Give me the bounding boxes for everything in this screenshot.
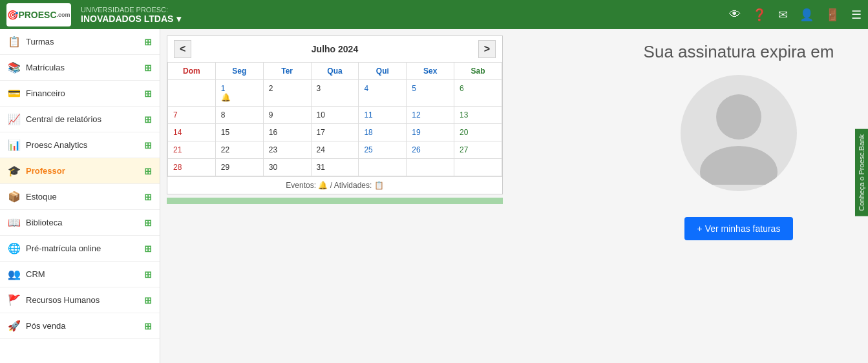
sidebar-item-turmas[interactable]: 📋 Turmas ⊞ (0, 29, 160, 55)
calendar-cell-0-3[interactable]: 3 (311, 80, 359, 107)
calendar-cell-1-1[interactable]: 8 (215, 107, 263, 124)
calendar-cell-1-5[interactable]: 12 (407, 107, 454, 124)
logout-icon[interactable]: 🚪 (825, 8, 840, 22)
expand-icon-crm[interactable]: ⊞ (144, 269, 152, 280)
sidebar-item-rh[interactable]: 🚩 Recursos Humanos ⊞ (0, 287, 160, 313)
calendar-cell-2-3[interactable]: 17 (311, 124, 359, 141)
calendar-cell-3-1[interactable]: 22 (215, 141, 263, 159)
expand-icon-pre-matricula[interactable]: ⊞ (144, 244, 152, 254)
calendar-cell-4-6 (454, 159, 502, 176)
main-left: < Julho 2024 > Dom Seg Ter Qua Qui Sex S (160, 29, 609, 363)
expand-icon-turmas[interactable]: ⊞ (144, 37, 152, 47)
sidebar-item-left: 💳 Financeiro (8, 87, 65, 99)
calendar-cell-2-0[interactable]: 14 (168, 124, 216, 141)
avatar-container (681, 75, 797, 191)
expand-icon-professor[interactable]: ⊞ (144, 166, 152, 176)
col-qua: Qua (311, 63, 359, 80)
expand-icon-pos-venda[interactable]: ⊞ (144, 321, 152, 331)
sidebar-item-analytics[interactable]: 📊 Proesc Analytics ⊞ (0, 132, 160, 158)
calendar-cell-2-2[interactable]: 16 (263, 124, 311, 141)
sidebar-icon-professor: 🎓 (8, 165, 21, 177)
sidebar-item-professor[interactable]: 🎓 Professor ⊞ (0, 158, 160, 184)
calendar: < Julho 2024 > Dom Seg Ter Qua Qui Sex S (167, 36, 503, 194)
col-qui: Qui (359, 63, 407, 80)
calendar-cell-1-3[interactable]: 10 (311, 107, 359, 124)
institution-name[interactable]: INOVADADOS LTDAS ▾ (81, 14, 181, 24)
sidebar-item-pre-matricula[interactable]: 🌐 Pré-matrícula online ⊞ (0, 236, 160, 262)
main: < Julho 2024 > Dom Seg Ter Qua Qui Sex S (160, 29, 868, 363)
sidebar-item-financeiro[interactable]: 💳 Financeiro ⊞ (0, 81, 160, 107)
calendar-cell-3-0[interactable]: 21 (168, 141, 216, 159)
calendar-cell-4-5 (407, 159, 454, 176)
expand-icon-rh[interactable]: ⊞ (144, 295, 152, 306)
calendar-cell-4-2[interactable]: 30 (263, 159, 311, 176)
calendar-cell-0-1[interactable]: 1🔔 (215, 80, 263, 107)
calendar-cell-0-4[interactable]: 4 (359, 80, 407, 107)
logo: 🎯 PROESC .com (6, 3, 71, 26)
sidebar-item-label-pos-venda: Pós venda (26, 321, 65, 331)
sidebar-icon-rh: 🚩 (8, 294, 21, 306)
sidebar-item-biblioteca[interactable]: 📖 Biblioteca ⊞ (0, 210, 160, 236)
sidebar-icon-biblioteca: 📖 (8, 216, 21, 229)
sidebar-item-left: 🎓 Professor (8, 165, 65, 177)
expand-icon-matriculas[interactable]: ⊞ (144, 63, 152, 73)
expand-icon-biblioteca[interactable]: ⊞ (144, 218, 152, 228)
sidebar-item-label-rh: Recursos Humanos (26, 295, 100, 305)
user-icon[interactable]: 👤 (799, 8, 814, 22)
expand-icon-analytics[interactable]: ⊞ (144, 140, 152, 150)
sidebar-item-label-pre-matricula: Pré-matrícula online (26, 244, 101, 253)
calendar-cell-3-5[interactable]: 26 (407, 141, 454, 159)
ver-faturas-button[interactable]: + Ver minhas faturas (684, 217, 794, 240)
sidebar-item-relatorios[interactable]: 📈 Central de relatórios ⊞ (0, 107, 160, 132)
sidebar-item-matriculas[interactable]: 📚 Matrículas ⊞ (0, 55, 160, 81)
calendar-cell-4-0[interactable]: 28 (168, 159, 216, 176)
calendar-cell-1-4[interactable]: 11 (359, 107, 407, 124)
calendar-cell-1-6[interactable]: 13 (454, 107, 502, 124)
sidebar-item-label-relatorios: Central de relatórios (26, 114, 101, 124)
calendar-cell-3-4[interactable]: 25 (359, 141, 407, 159)
calendar-cell-1-2[interactable]: 9 (263, 107, 311, 124)
calendar-cell-4-1[interactable]: 29 (215, 159, 263, 176)
expand-icon-relatorios[interactable]: ⊞ (144, 114, 152, 125)
calendar-cell-2-6[interactable]: 20 (454, 124, 502, 141)
help-icon[interactable]: ❓ (752, 8, 767, 22)
sidebar-icon-pos-venda: 🚀 (8, 320, 21, 332)
eventos-label: Eventos: 🔔 / Atividades: 📋 (286, 181, 383, 190)
prev-month-button[interactable]: < (174, 40, 191, 58)
expand-icon-estoque[interactable]: ⊞ (144, 192, 152, 202)
calendar-cell-0-0 (168, 80, 216, 107)
calendar-cell-2-4[interactable]: 18 (359, 124, 407, 141)
next-month-button[interactable]: > (478, 40, 496, 58)
sidebar-icon-turmas: 📋 (8, 36, 21, 48)
calendar-cell-0-2[interactable]: 2 (263, 80, 311, 107)
eye-icon[interactable]: 👁 (729, 8, 741, 21)
expand-icon-financeiro[interactable]: ⊞ (144, 88, 152, 99)
sidebar-item-label-estoque: Estoque (26, 192, 57, 202)
calendar-cell-1-0[interactable]: 7 (168, 107, 216, 124)
logo-text: PROESC (18, 10, 56, 20)
menu-icon[interactable]: ☰ (851, 8, 862, 22)
calendar-cell-3-6[interactable]: 27 (454, 141, 502, 159)
sidebar-item-label-analytics: Proesc Analytics (26, 140, 87, 150)
sidebar-item-left: 📈 Central de relatórios (8, 113, 101, 125)
calendar-cell-3-2[interactable]: 23 (263, 141, 311, 159)
sidebar-item-crm[interactable]: 👥 CRM ⊞ (0, 262, 160, 287)
calendar-cell-0-5[interactable]: 5 (407, 80, 454, 107)
calendar-cell-2-1[interactable]: 15 (215, 124, 263, 141)
mail-icon[interactable]: ✉ (778, 8, 788, 22)
svg-point-0 (716, 94, 761, 140)
sidebar-item-left: 📋 Turmas (8, 36, 54, 48)
calendar-cell-4-3[interactable]: 31 (311, 159, 359, 176)
sidebar-item-left: 📖 Biblioteca (8, 216, 62, 229)
sidebar-icon-relatorios: 📈 (8, 113, 21, 125)
sidebar-icon-pre-matricula: 🌐 (8, 242, 21, 254)
sidebar-item-estoque[interactable]: 📦 Estoque ⊞ (0, 184, 160, 210)
sidebar-item-pos-venda[interactable]: 🚀 Pós venda ⊞ (0, 313, 160, 339)
side-promo[interactable]: Conheça o Proesc.Bank (855, 129, 868, 216)
sidebar-item-left: 📊 Proesc Analytics (8, 139, 87, 151)
calendar-cell-0-6[interactable]: 6 (454, 80, 502, 107)
calendar-cell-3-3[interactable]: 24 (311, 141, 359, 159)
calendar-table: Dom Seg Ter Qua Qui Sex Sab 1🔔2345678910… (167, 62, 502, 176)
dropdown-icon: ▾ (176, 14, 181, 24)
calendar-cell-2-5[interactable]: 19 (407, 124, 454, 141)
